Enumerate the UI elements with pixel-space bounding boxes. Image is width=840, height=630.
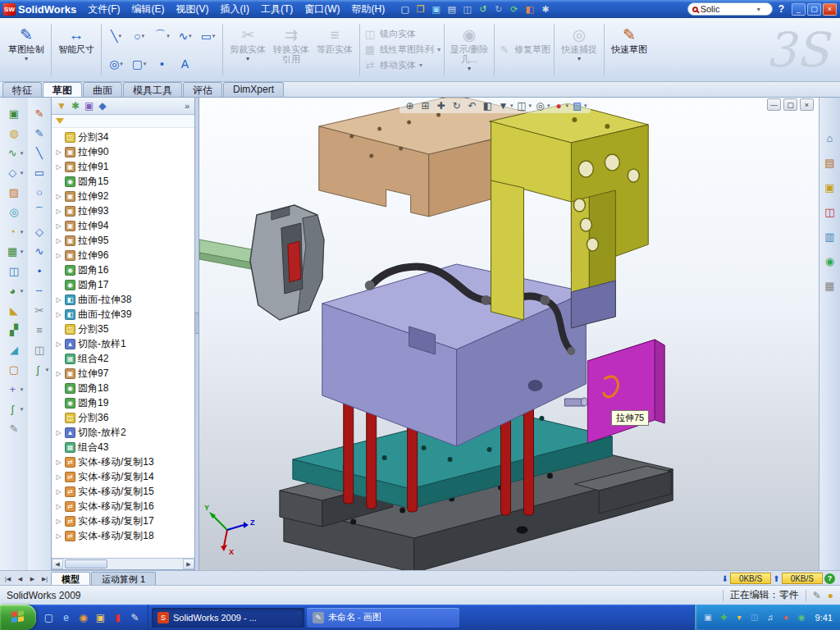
taskbar-clock[interactable]: 9:41 bbox=[811, 613, 833, 623]
dropdown-arrow-icon[interactable]: ▾ bbox=[141, 33, 144, 39]
circle-button[interactable]: ○▾ bbox=[128, 30, 150, 43]
line-button[interactable]: ╲▾ bbox=[105, 30, 127, 43]
rectangle-tool-button[interactable]: ▭ bbox=[32, 165, 48, 180]
lofted-boss-button[interactable]: ◇▾ bbox=[5, 165, 24, 180]
start-button[interactable] bbox=[0, 605, 36, 630]
convert-entities-button[interactable]: ⇉转换实体引用 bbox=[270, 21, 313, 79]
dropdown-arrow-icon[interactable]: ▾ bbox=[21, 150, 24, 157]
zoom-fit-icon[interactable]: ⊕ bbox=[403, 99, 417, 112]
expand-arrow-icon[interactable]: ▷ bbox=[55, 340, 62, 348]
zoom-area-icon[interactable]: ⊞ bbox=[418, 99, 432, 112]
instant3d-button[interactable]: ✎ bbox=[7, 421, 22, 436]
arc-button[interactable]: ⌒▾ bbox=[151, 29, 173, 43]
dropdown-arrow-icon[interactable]: ▾ bbox=[120, 61, 123, 67]
safety-tray-icon[interactable]: ◉ bbox=[796, 611, 808, 623]
feature-tree-item[interactable]: ▷⇄实体-移动/复制15 bbox=[52, 484, 194, 499]
search-dropdown-icon[interactable]: ▾ bbox=[757, 6, 760, 13]
revolved-boss-button[interactable]: ◍ bbox=[7, 126, 22, 141]
feature-tree-item[interactable]: ▷▣拉伸90 bbox=[52, 144, 194, 159]
trim-tool-button[interactable]: ✂ bbox=[32, 303, 48, 318]
dropdown-arrow-icon[interactable]: ▾ bbox=[21, 249, 24, 255]
expand-arrow-icon[interactable]: ▷ bbox=[55, 473, 62, 481]
dropdown-arrow-icon[interactable]: ▾ bbox=[118, 33, 121, 39]
linear-sketch-pattern-button[interactable]: ▦线性草图阵列▾ bbox=[363, 43, 441, 56]
feature-tree-item[interactable]: ◉圆角18 bbox=[52, 381, 194, 395]
show-desktop-icon[interactable]: ▢ bbox=[42, 610, 56, 624]
dropdown-arrow-icon[interactable]: ▾ bbox=[46, 367, 49, 373]
tab-DimXpert[interactable]: DimXpert bbox=[223, 82, 284, 97]
options-icon[interactable]: ✱ bbox=[538, 2, 552, 16]
clamp-unit-part[interactable] bbox=[250, 205, 324, 320]
shell-button[interactable]: ▢ bbox=[7, 362, 22, 377]
point-tool-button[interactable]: • bbox=[32, 263, 48, 279]
folder-quicklaunch-icon[interactable]: ▣ bbox=[94, 610, 107, 624]
undo-icon[interactable]: ↺ bbox=[476, 2, 490, 16]
feature-tree-item[interactable]: ▦组合43 bbox=[52, 440, 194, 454]
doc-minimize-button[interactable]: — bbox=[767, 98, 781, 111]
feature-tree-item[interactable]: ▷⇄实体-移动/复制18 bbox=[52, 528, 194, 543]
open-icon[interactable]: ❒ bbox=[413, 2, 427, 16]
feature-tree-item[interactable]: ▦组合42 bbox=[52, 351, 194, 366]
configuration-manager-tab-icon[interactable]: ▣ bbox=[84, 100, 94, 112]
dropdown-arrow-icon[interactable]: ▾ bbox=[584, 103, 587, 109]
repair-sketch-button[interactable]: ✎修复草图 bbox=[498, 43, 550, 56]
spline-tool-button[interactable]: ∿ bbox=[32, 244, 48, 259]
smart-dimension-button[interactable]: ↔智能尺寸 bbox=[55, 21, 98, 79]
rectangle-button[interactable]: ▭▾ bbox=[197, 30, 219, 43]
dropdown-arrow-icon[interactable]: ▾ bbox=[529, 103, 532, 109]
tab-模具工具[interactable]: 模具工具 bbox=[123, 82, 182, 97]
feature-tree-item[interactable]: ▷⇄实体-移动/复制16 bbox=[52, 499, 194, 514]
expand-arrow-icon[interactable]: ▷ bbox=[55, 193, 62, 200]
expand-arrow-icon[interactable]: ▷ bbox=[55, 459, 62, 466]
tab-曲面[interactable]: 曲面 bbox=[83, 82, 122, 97]
draft-button[interactable]: ◢ bbox=[7, 342, 22, 358]
polygon-tool-button[interactable]: ◇ bbox=[32, 224, 48, 240]
dropdown-arrow-icon[interactable]: ▾ bbox=[437, 46, 441, 53]
dropdown-arrow-icon[interactable]: ▾ bbox=[21, 386, 24, 393]
dropdown-arrow-icon[interactable]: ▾ bbox=[21, 406, 24, 413]
expand-arrow-icon[interactable]: ▷ bbox=[55, 296, 62, 304]
feature-tree-item[interactable]: ▷▣拉伸94 bbox=[52, 218, 194, 233]
prev-tab-button[interactable]: ◀ bbox=[14, 573, 26, 585]
pan-icon[interactable]: ✚ bbox=[434, 99, 448, 112]
tab-特征[interactable]: 特征 bbox=[2, 82, 42, 97]
dropdown-arrow-icon[interactable]: ▾ bbox=[21, 288, 24, 294]
task-pane-home-icon[interactable]: ⌂ bbox=[823, 130, 838, 145]
feature-tree-item[interactable]: ▷▣拉伸93 bbox=[52, 203, 194, 218]
search-results-icon[interactable]: ◫ bbox=[823, 204, 838, 219]
first-tab-button[interactable]: |◀ bbox=[2, 573, 14, 585]
quick-tips-icon[interactable]: ● bbox=[828, 590, 833, 601]
revolved-cut-button[interactable]: ◔▾ bbox=[5, 224, 24, 240]
dimxpert-manager-tab-icon[interactable]: ◆ bbox=[98, 100, 106, 112]
arc-tool-button[interactable]: ⌒ bbox=[32, 204, 48, 220]
edit-appearance-icon[interactable]: ● bbox=[552, 99, 566, 112]
print-preview-icon[interactable]: ◫ bbox=[460, 2, 474, 16]
custom-properties-icon[interactable]: ▦ bbox=[823, 278, 838, 293]
design-library-icon[interactable]: ▤ bbox=[823, 155, 838, 170]
swept-boss-button[interactable]: ∿▾ bbox=[5, 145, 24, 161]
hide-show-items-icon[interactable]: ◎ bbox=[533, 99, 547, 112]
taskbar-task[interactable]: ✎未命名 - 画图 bbox=[307, 608, 459, 628]
new-document-icon[interactable]: ▢ bbox=[398, 2, 412, 16]
rotate-view-icon[interactable]: ↻ bbox=[450, 99, 463, 112]
expand-arrow-icon[interactable]: ▷ bbox=[55, 208, 62, 215]
expand-arrow-icon[interactable]: ▷ bbox=[55, 311, 62, 318]
rebuild-icon[interactable]: ⟳ bbox=[507, 2, 521, 16]
feature-tree-item[interactable]: ▷▣拉伸96 bbox=[52, 248, 194, 262]
quick-snaps-button[interactable]: ◎快速捕捉▾ bbox=[558, 21, 600, 79]
display-delete-relations-button[interactable]: ◉显示/删除几...▾ bbox=[448, 21, 491, 79]
network-tray-icon[interactable]: ◫ bbox=[749, 611, 761, 623]
volume-tray-icon[interactable]: ♫ bbox=[765, 611, 777, 623]
previous-view-icon[interactable]: ↶ bbox=[465, 99, 479, 112]
feature-tree-item[interactable]: ◉圆角15 bbox=[52, 174, 194, 189]
file-explorer-icon[interactable]: ▣ bbox=[823, 180, 838, 194]
hole-wizard-button[interactable]: ◎ bbox=[7, 204, 22, 220]
menu-view[interactable]: 视图(V) bbox=[171, 1, 215, 18]
feature-tree-hscrollbar[interactable]: ◀ ▶ bbox=[52, 558, 194, 569]
menu-file[interactable]: 文件(F) bbox=[82, 1, 126, 18]
taskbar-task[interactable]: SSolidWorks 2009 - ... bbox=[152, 608, 304, 628]
graphics-area[interactable]: Y X Z ⊕⊞✚↻↶◧▼▾◫▾◎▾●▾▨▾ —▢× 拉伸75 bbox=[199, 98, 819, 570]
expand-arrow-icon[interactable]: ▷ bbox=[55, 163, 62, 171]
feature-tree-item[interactable]: ▷⇄实体-移动/复制13 bbox=[52, 454, 194, 469]
sketch-text-button[interactable]: A bbox=[174, 57, 196, 71]
